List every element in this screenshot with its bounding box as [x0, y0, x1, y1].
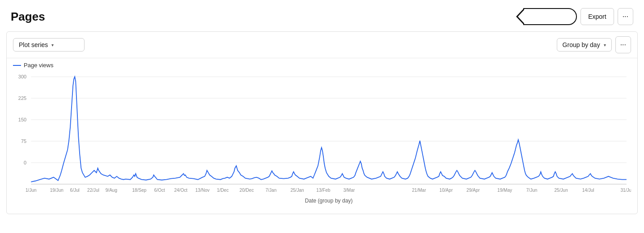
chart-legend: Page views [7, 58, 637, 70]
svg-text:6/Jul: 6/Jul [70, 188, 80, 193]
chart-more-button[interactable]: ··· [615, 36, 631, 53]
chart-area: 300 225 150 75 0 1/Jun 19/Jun 6/Jul 22/J… [7, 70, 637, 214]
svg-text:22/Jul: 22/Jul [87, 188, 99, 193]
svg-text:6/Oct: 6/Oct [154, 188, 165, 193]
svg-text:19/May: 19/May [497, 188, 513, 193]
svg-text:Date (group by day): Date (group by day) [305, 198, 353, 204]
svg-text:29/Apr: 29/Apr [466, 188, 480, 193]
svg-text:3/Mar: 3/Mar [343, 188, 355, 193]
svg-text:7/Jun: 7/Jun [526, 188, 538, 193]
chart-toolbar: Plot series ▾ Group by day ▾ ··· [7, 32, 637, 58]
svg-text:19/Jun: 19/Jun [50, 188, 64, 193]
tag-button[interactable] [523, 8, 577, 25]
svg-text:9/Aug: 9/Aug [106, 188, 117, 193]
legend-line-icon [13, 65, 21, 66]
svg-text:25/Jun: 25/Jun [555, 188, 568, 193]
header-more-icon: ··· [623, 13, 628, 21]
svg-text:225: 225 [18, 95, 26, 101]
svg-text:20/Dec: 20/Dec [240, 188, 254, 193]
export-button[interactable]: Export [580, 8, 614, 25]
svg-text:13/Feb: 13/Feb [316, 188, 330, 193]
chart-svg: 300 225 150 75 0 1/Jun 19/Jun 6/Jul 22/J… [13, 72, 631, 209]
header-actions: Export ··· [523, 8, 633, 25]
svg-text:1/Jun: 1/Jun [25, 188, 37, 193]
group-by-chevron-icon: ▾ [604, 43, 606, 47]
svg-text:1/Dec: 1/Dec [217, 188, 229, 193]
svg-text:7/Jan: 7/Jan [266, 188, 277, 193]
svg-text:75: 75 [21, 138, 26, 144]
svg-text:21/Mar: 21/Mar [412, 188, 426, 193]
svg-text:0: 0 [24, 160, 26, 165]
svg-text:25/Jan: 25/Jan [290, 188, 304, 193]
chart-container: Plot series ▾ Group by day ▾ ··· Page vi… [6, 31, 638, 214]
chart-more-icon: ··· [620, 41, 626, 49]
legend-label: Page views [24, 62, 53, 69]
svg-text:13/Nov: 13/Nov [195, 188, 210, 193]
svg-text:24/Oct: 24/Oct [174, 188, 187, 193]
page-title: Pages [11, 10, 45, 24]
svg-text:31/Jul: 31/Jul [620, 188, 631, 193]
group-by-select[interactable]: Group by day ▾ [557, 38, 612, 52]
page-header: Pages Export ··· [0, 0, 644, 31]
svg-text:14/Jul: 14/Jul [582, 188, 594, 193]
plot-series-label: Plot series [19, 41, 48, 48]
svg-text:10/Apr: 10/Apr [440, 188, 453, 193]
toolbar-right: Group by day ▾ ··· [557, 36, 631, 53]
header-more-button[interactable]: ··· [618, 8, 633, 25]
group-by-label: Group by day [563, 41, 600, 48]
svg-text:150: 150 [18, 117, 26, 122]
plot-series-chevron-icon: ▾ [51, 43, 54, 47]
svg-text:300: 300 [18, 74, 26, 79]
svg-text:18/Sep: 18/Sep [132, 188, 146, 193]
plot-series-select[interactable]: Plot series ▾ [13, 38, 85, 52]
